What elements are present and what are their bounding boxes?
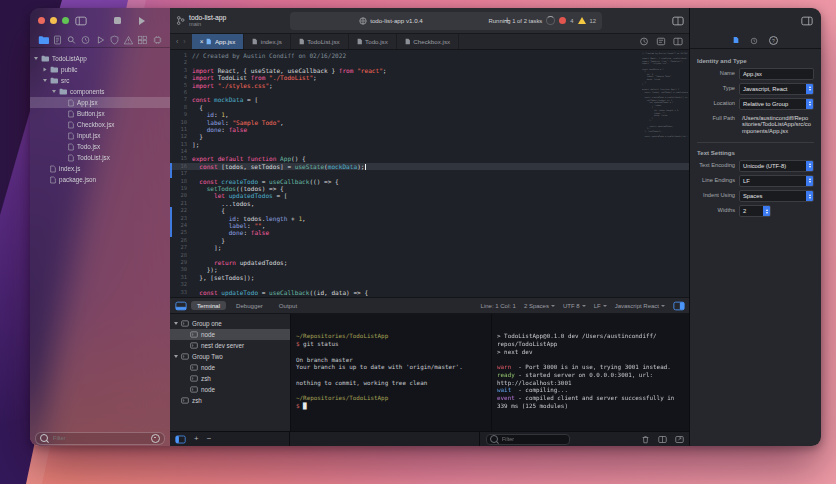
play-icon[interactable] [94, 35, 106, 46]
close-icon[interactable]: × [200, 39, 204, 45]
folder-icon[interactable] [37, 35, 49, 46]
code-line[interactable]: 29 return updatedTodos; [170, 259, 690, 266]
close-window-button[interactable] [38, 17, 45, 24]
grid-icon[interactable] [137, 35, 149, 46]
split-editor-icon[interactable] [673, 37, 683, 46]
maximize-panel-icon[interactable] [675, 435, 684, 444]
terminal-session-item[interactable]: node [170, 329, 290, 340]
code-line[interactable]: 9 id: 1, [170, 111, 690, 118]
forward-icon[interactable]: › [183, 38, 185, 45]
code-line[interactable]: 1 // Created by Austin Condiff on 02/16/… [170, 52, 690, 59]
file-tree-item[interactable]: Todo.jsx [30, 141, 170, 152]
stepper-icon[interactable] [763, 206, 770, 216]
minimap[interactable]: // Created by Austin Condiff on 02/16/20… [642, 52, 688, 295]
split-terminal-icon[interactable] [658, 435, 667, 444]
disclosure-chevron-icon[interactable] [174, 322, 178, 325]
code-line[interactable]: 10 label: "Sample Todo", [170, 119, 690, 126]
zoom-window-button[interactable] [62, 17, 69, 24]
toggle-session-list-icon[interactable] [175, 435, 186, 444]
code-line[interactable]: 25 done: false [170, 229, 690, 236]
eol-menu[interactable]: LF [594, 303, 607, 309]
file-tree-item[interactable]: Button.jsx [30, 108, 170, 119]
code-line[interactable]: 24 label: "", [170, 222, 690, 229]
editor-tab[interactable]: × App.jsx [192, 34, 245, 49]
code-line[interactable]: 26 } [170, 237, 690, 244]
hierarchy-icon[interactable] [656, 37, 666, 46]
terminal-session-item[interactable]: node [170, 384, 290, 395]
code-line[interactable]: 27 ]; [170, 244, 690, 251]
trash-icon[interactable] [641, 435, 650, 444]
terminal-filter-field[interactable] [486, 434, 570, 445]
inspector-control[interactable]: App.jsx [739, 68, 814, 80]
code-line[interactable]: 28 [170, 252, 690, 259]
code-line[interactable]: 19 setTodos((todos) => { [170, 185, 690, 192]
toggle-drawer-icon[interactable] [175, 301, 187, 311]
editor-tab[interactable]: × index.js [244, 34, 290, 49]
terminal-session-item[interactable]: zsh [170, 395, 290, 406]
disclosure-chevron-icon[interactable] [52, 90, 56, 93]
editor-tab[interactable]: × Todo.jsx [349, 34, 397, 49]
file-tree-item[interactable]: package.json [30, 174, 170, 185]
terminal-session-item[interactable]: nest dev server [170, 340, 290, 351]
file-inspector-tab[interactable] [733, 36, 739, 45]
filter-options-icon[interactable] [151, 434, 160, 443]
file-tree-item[interactable]: index.js [30, 163, 170, 174]
sidebar-filter-field[interactable] [35, 432, 165, 445]
toggle-inspector-icon[interactable] [801, 16, 813, 26]
code-line[interactable]: 6 [170, 89, 690, 96]
drawer-tab[interactable]: Terminal [191, 301, 226, 310]
terminal-session-item[interactable]: zsh [170, 373, 290, 384]
file-tree-item[interactable]: App.jsx [30, 97, 170, 108]
editor-tab[interactable]: × TodoList.jsx [291, 34, 349, 49]
stepper-icon[interactable] [806, 191, 813, 201]
disclosure-chevron-icon[interactable] [34, 57, 38, 60]
code-line[interactable]: 7 const mockData = [ [170, 96, 690, 103]
encoding-menu[interactable]: UTF 8 [563, 303, 586, 309]
terminal-filter-input[interactable] [500, 435, 566, 443]
add-session-icon[interactable]: + [194, 435, 199, 443]
language-menu[interactable]: Javascript React [615, 303, 665, 309]
sidebar-filter-input[interactable] [51, 434, 146, 442]
stop-button[interactable] [114, 17, 121, 24]
history-icon[interactable] [639, 37, 649, 46]
terminal-session-item[interactable]: Group one [170, 318, 290, 329]
code-line[interactable]: 3 import React, { useState, useCallback … [170, 67, 690, 74]
add-editor-icon[interactable]: + [504, 16, 510, 26]
code-line[interactable]: 23 id: todos.length + 1, [170, 215, 690, 222]
terminal-session-item[interactable]: node [170, 362, 290, 373]
disclosure-chevron-icon[interactable] [43, 79, 47, 82]
inspector-control[interactable]: 2 [739, 205, 771, 217]
code-line[interactable]: 17 [170, 170, 690, 177]
disclosure-chevron-icon[interactable] [44, 68, 47, 72]
clock-icon[interactable] [80, 35, 92, 46]
stepper-icon[interactable] [806, 176, 813, 186]
file-tree-item[interactable]: src [30, 75, 170, 86]
drawer-tab[interactable]: Output [273, 301, 303, 310]
code-line[interactable]: 14 [170, 148, 690, 155]
file-tree-item[interactable]: TodoList.jsx [30, 152, 170, 163]
drawer-tab[interactable]: Debugger [230, 301, 269, 310]
code-line[interactable]: 16 const [todos, setTodos] = useState(mo… [170, 163, 690, 170]
inspector-control[interactable]: LF [739, 175, 814, 187]
code-line[interactable]: 31 }, [setTodos]); [170, 274, 690, 281]
code-editor[interactable]: 1 // Created by Austin Condiff on 02/16/… [170, 50, 690, 297]
cpu-icon[interactable] [151, 35, 163, 46]
code-line[interactable]: 22 { [170, 207, 690, 214]
stepper-icon[interactable] [806, 161, 813, 171]
code-line[interactable]: 2 [170, 59, 690, 66]
toggle-sidebar-icon[interactable] [74, 15, 87, 26]
code-line[interactable]: 5 import "./styles.css"; [170, 82, 690, 89]
code-line[interactable]: 4 import TodoList from "./TodoList"; [170, 74, 690, 81]
code-line[interactable]: 18 const createTodo = useCallback(() => … [170, 178, 690, 185]
code-line[interactable]: 15 export default function App() { [170, 155, 690, 162]
terminal-session-item[interactable]: Group Two [170, 351, 290, 362]
code-line[interactable]: 33 const updateTodo = useCallback((id, d… [170, 289, 690, 296]
stepper-icon[interactable] [806, 84, 813, 94]
minimize-window-button[interactable] [50, 17, 57, 24]
toggle-panel-icon[interactable] [673, 301, 685, 311]
run-button[interactable] [139, 17, 145, 25]
disclosure-chevron-icon[interactable] [174, 355, 178, 358]
inspector-control[interactable]: Javascript, React [739, 83, 814, 95]
remove-session-icon[interactable]: − [207, 435, 212, 443]
code-line[interactable]: 21 ...todos, [170, 200, 690, 207]
